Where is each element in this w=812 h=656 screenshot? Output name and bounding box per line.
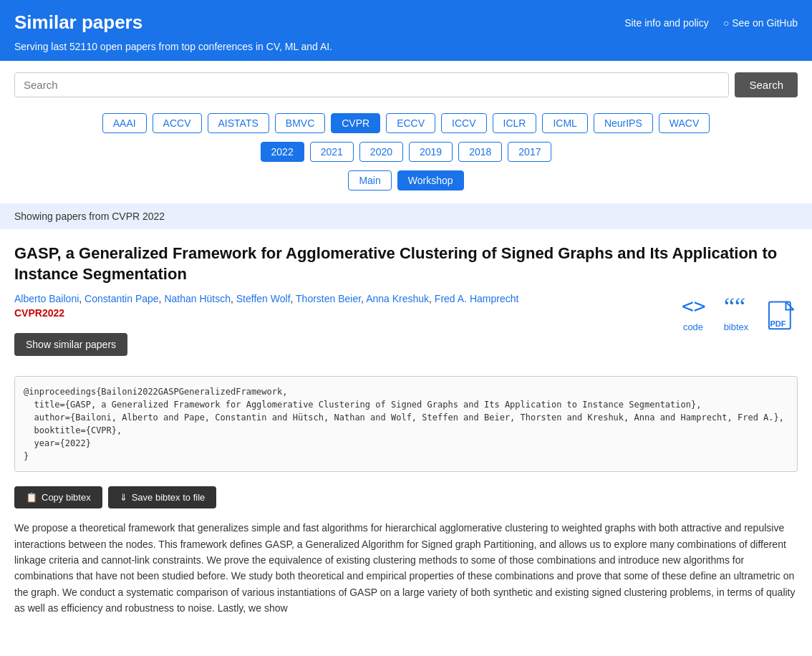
- year-filter-2020[interactable]: 2020: [359, 142, 403, 162]
- bibtex-box: @inproceedings{Bailoni2022GASPGeneralize…: [14, 376, 798, 472]
- conference-filter-wacv[interactable]: WACV: [659, 113, 710, 133]
- conference-filter-accv[interactable]: ACCV: [153, 113, 202, 133]
- svg-text:““: ““: [724, 293, 745, 319]
- bibtex-link[interactable]: ““ bibtex: [723, 293, 749, 332]
- conference-filter-aistats[interactable]: AISTATS: [208, 113, 269, 133]
- header-links: Site info and policy ○See on GitHub: [624, 17, 798, 29]
- year-filter-row: 202220212020201920182017: [0, 138, 812, 166]
- year-filter-2019[interactable]: 2019: [409, 142, 453, 162]
- github-icon: ○: [723, 17, 729, 29]
- download-icon: ⇓: [120, 492, 127, 503]
- conference-filter-iclr[interactable]: ICLR: [493, 113, 537, 133]
- author-link[interactable]: Fred A. Hamprecht: [435, 293, 519, 304]
- app-title: Similar papers: [14, 11, 142, 34]
- author-separator: ,: [429, 293, 435, 304]
- paper-venue[interactable]: CVPR2022: [14, 307, 659, 319]
- author-separator: ,: [291, 293, 296, 304]
- copy-bibtex-button[interactable]: 📋 Copy bibtex: [14, 486, 102, 508]
- year-filter-2017[interactable]: 2017: [508, 142, 551, 162]
- author-separator: ,: [231, 293, 236, 304]
- conference-filter-iccv[interactable]: ICCV: [441, 113, 486, 133]
- bibtex-actions: 📋 Copy bibtex ⇓ Save bibtex to file: [0, 481, 812, 517]
- track-filter-row: MainWorkshop: [0, 166, 812, 195]
- conference-filter-icml[interactable]: ICML: [542, 113, 587, 133]
- author-link[interactable]: Anna Kreshuk: [366, 293, 429, 304]
- author-link[interactable]: Alberto Bailoni: [14, 293, 79, 304]
- paper-meta: Alberto Bailoni, Constantin Pape, Nathan…: [14, 293, 659, 356]
- conference-filter-row: AAAIACCVAISTATSBMVCCVPRECCVICCVICLRICMLN…: [0, 109, 812, 138]
- header-top: Similar papers Site info and policy ○See…: [14, 11, 798, 34]
- site-info-link[interactable]: Site info and policy: [624, 17, 709, 29]
- header: Similar papers Site info and policy ○See…: [0, 0, 812, 61]
- search-area: Search: [0, 61, 812, 109]
- author-link[interactable]: Steffen Wolf: [236, 293, 291, 304]
- author-separator: ,: [79, 293, 84, 304]
- year-filter-2021[interactable]: 2021: [310, 142, 354, 162]
- status-text: Showing papers from CVPR 2022: [14, 211, 165, 222]
- conference-filter-aaai[interactable]: AAAI: [102, 113, 147, 133]
- header-subtitle: Serving last 52110 open papers from top …: [14, 41, 798, 52]
- search-input[interactable]: [14, 72, 729, 97]
- svg-text:PDF: PDF: [770, 319, 786, 328]
- conference-filter-bmvc[interactable]: BMVC: [275, 113, 325, 133]
- conference-filter-eccv[interactable]: ECCV: [386, 113, 435, 133]
- conference-filter-cvpr[interactable]: CVPR: [331, 113, 380, 133]
- track-filter-workshop[interactable]: Workshop: [397, 170, 464, 190]
- code-label: code: [683, 322, 703, 332]
- pdf-link[interactable]: PDF PDF: [766, 301, 798, 332]
- track-filter-main[interactable]: Main: [348, 170, 391, 190]
- bibtex-label: bibtex: [724, 322, 749, 332]
- year-filter-2018[interactable]: 2018: [458, 142, 502, 162]
- copy-icon: 📋: [26, 492, 37, 503]
- svg-text:<>: <>: [682, 294, 706, 318]
- paper-card: GASP, a Generalized Framework for Agglom…: [0, 229, 812, 367]
- code-link[interactable]: <> code: [680, 293, 706, 332]
- year-filter-2022[interactable]: 2022: [261, 142, 304, 162]
- search-button[interactable]: Search: [735, 72, 798, 97]
- author-link[interactable]: Thorsten Beier: [296, 293, 361, 304]
- paper-authors: Alberto Bailoni, Constantin Pape, Nathan…: [14, 293, 659, 304]
- show-similar-button[interactable]: Show similar papers: [14, 333, 127, 356]
- paper-actions: Alberto Bailoni, Constantin Pape, Nathan…: [14, 293, 798, 356]
- author-link[interactable]: Constantin Pape: [84, 293, 159, 304]
- save-bibtex-button[interactable]: ⇓ Save bibtex to file: [108, 486, 217, 508]
- bibtex-content: @inproceedings{Bailoni2022GASPGeneralize…: [15, 377, 797, 471]
- author-link[interactable]: Nathan Hütsch: [164, 293, 231, 304]
- conference-filter-neurips[interactable]: NeurIPS: [594, 113, 653, 133]
- paper-abstract: We propose a theoretical framework that …: [0, 517, 812, 630]
- paper-title: GASP, a Generalized Framework for Agglom…: [14, 243, 798, 284]
- github-link[interactable]: ○See on GitHub: [723, 17, 798, 29]
- action-icons-group: <> code ““ bibtex PDF PDF: [680, 293, 798, 332]
- status-bar: Showing papers from CVPR 2022: [0, 203, 812, 229]
